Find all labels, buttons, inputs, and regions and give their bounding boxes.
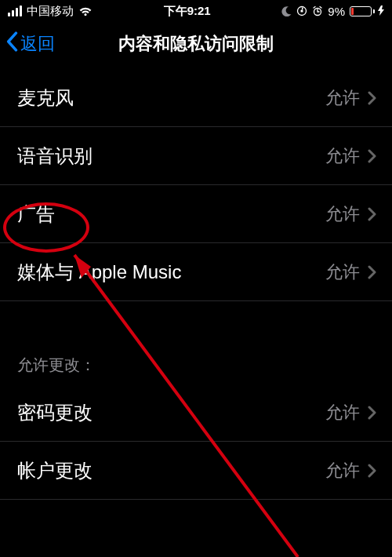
row-label: 媒体与 Apple Music	[17, 260, 181, 285]
row-account-changes[interactable]: 帐户更改 允许	[0, 442, 392, 500]
section-gap	[0, 301, 392, 336]
chevron-right-icon	[368, 464, 376, 478]
row-label: 密码更改	[17, 400, 93, 425]
status-right: 9%	[281, 5, 384, 18]
battery-icon	[350, 6, 375, 16]
row-value: 允许	[325, 202, 360, 226]
section-header-allow-changes: 允许更改：	[0, 336, 392, 384]
battery-percent: 9%	[328, 5, 345, 18]
back-label: 返回	[20, 32, 55, 56]
row-value: 允许	[325, 401, 360, 424]
settings-list: 麦克风 允许 语音识别 允许 广告 允许 媒体与 Apple Music 允许 …	[0, 69, 392, 500]
row-value: 允许	[325, 86, 360, 110]
row-passcode-changes[interactable]: 密码更改 允许	[0, 384, 392, 442]
wifi-icon	[78, 6, 93, 16]
row-label: 麦克风	[17, 86, 74, 111]
chevron-right-icon	[368, 265, 376, 279]
row-speech-recognition[interactable]: 语音识别 允许	[0, 127, 392, 185]
page-title: 内容和隐私访问限制	[118, 34, 274, 53]
row-value: 允许	[325, 459, 360, 482]
moon-icon	[281, 6, 292, 16]
carrier-label: 中国移动	[27, 4, 74, 19]
status-left: 中国移动	[8, 4, 93, 19]
row-label: 广告	[17, 202, 55, 227]
row-label: 语音识别	[17, 144, 93, 169]
nav-bar: 返回 内容和隐私访问限制	[0, 22, 392, 66]
chevron-right-icon	[368, 149, 376, 163]
row-label: 帐户更改	[17, 458, 93, 483]
status-bar: 中国移动 下午9:21 9%	[0, 0, 392, 22]
charging-icon	[378, 5, 384, 18]
chevron-right-icon	[368, 406, 376, 420]
alarm-icon	[312, 5, 323, 16]
row-media-apple-music[interactable]: 媒体与 Apple Music 允许	[0, 243, 392, 301]
row-value: 允许	[325, 144, 360, 168]
rotation-lock-icon	[296, 5, 307, 16]
status-time: 下午9:21	[164, 4, 211, 19]
chevron-right-icon	[368, 91, 376, 105]
svg-rect-1	[301, 10, 303, 13]
signal-icon	[8, 5, 22, 16]
row-microphone[interactable]: 麦克风 允许	[0, 69, 392, 127]
chevron-left-icon	[5, 31, 19, 56]
row-advertising[interactable]: 广告 允许	[0, 185, 392, 243]
back-button[interactable]: 返回	[5, 31, 55, 56]
row-value: 允许	[325, 260, 360, 284]
chevron-right-icon	[368, 207, 376, 221]
